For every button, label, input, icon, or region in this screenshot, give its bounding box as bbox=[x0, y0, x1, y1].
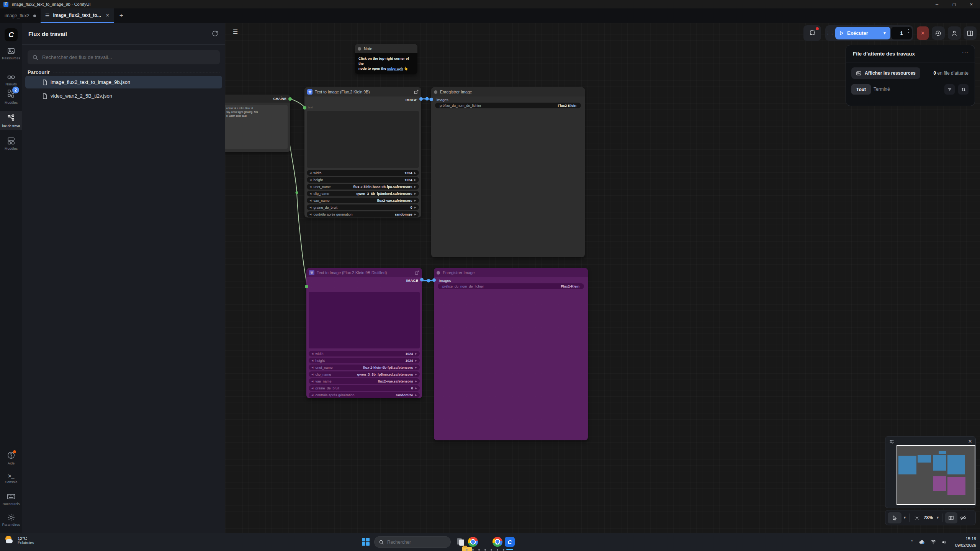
pointer-tool-chevron-icon[interactable]: ▼ bbox=[903, 516, 906, 520]
prompt-textarea[interactable]: n front of a retro diner at sky, neon si… bbox=[225, 105, 288, 149]
tab-image-flux2[interactable]: image_flux2 bbox=[0, 8, 41, 23]
wifi-icon[interactable] bbox=[930, 540, 936, 544]
widget-height[interactable]: ◀height1024▶ bbox=[307, 177, 419, 183]
prompt-textarea[interactable] bbox=[309, 292, 420, 348]
node-header[interactable]: CHAÎNE bbox=[225, 95, 290, 103]
widget-vae-name[interactable]: ◀vae_nameflux2-vae.safetensors▶ bbox=[307, 198, 419, 203]
filter-button[interactable] bbox=[944, 84, 955, 95]
image-output-dot[interactable] bbox=[419, 97, 423, 101]
note-body[interactable]: Click on the top-right corner of the nod… bbox=[355, 53, 417, 74]
image-output-dot[interactable] bbox=[420, 278, 424, 281]
minimize-button[interactable]: ─ bbox=[928, 0, 946, 8]
widget-unet-name[interactable]: ◀unet_nameflux-2-klein-9b-fp8.safetensor… bbox=[309, 365, 420, 370]
refresh-icon[interactable] bbox=[211, 30, 219, 37]
stepper-arrows-icon[interactable]: ▲▼ bbox=[907, 28, 910, 34]
sidebar-item-modeles[interactable]: 2 Modèles bbox=[0, 89, 22, 105]
tab-image-flux2-text-to[interactable]: ☰ image_flux2_text_to... ✕ bbox=[41, 8, 114, 23]
node-save-image-bypassed[interactable]: Enregistrer Image images préfixe_du_nom_… bbox=[434, 268, 588, 440]
collapse-dot-icon[interactable] bbox=[358, 47, 361, 51]
tray-chevron-icon[interactable]: ⌃ bbox=[910, 540, 914, 544]
chrome-profile-icon[interactable] bbox=[492, 537, 502, 547]
node-prompt-text[interactable]: CHAÎNE n front of a retro diner at sky, … bbox=[225, 95, 290, 152]
onedrive-cloud-icon[interactable] bbox=[919, 540, 925, 544]
text-input-dot[interactable] bbox=[305, 285, 308, 288]
node-text-to-image[interactable]: Text to Image (Flux.2 Klein 9B) IMAGE te… bbox=[304, 87, 421, 217]
workflow-search-input[interactable] bbox=[42, 54, 215, 60]
images-input-dot[interactable] bbox=[430, 98, 433, 101]
images-input-dot[interactable] bbox=[432, 278, 436, 282]
extensions-button[interactable] bbox=[803, 25, 821, 41]
user-button[interactable] bbox=[948, 26, 961, 40]
widget-filename-prefix[interactable]: préfixe_du_nom_de_fichier Flux2-Klein bbox=[438, 283, 584, 289]
widget-width[interactable]: ◀width1024▶ bbox=[307, 170, 419, 176]
browse-section-header[interactable]: Parcourir bbox=[28, 69, 220, 75]
subgraph-link[interactable]: subgraph bbox=[387, 67, 403, 70]
open-subgraph-icon[interactable] bbox=[415, 270, 419, 275]
prompt-textarea[interactable] bbox=[307, 111, 419, 168]
widget-control-after-generate[interactable]: ◀contrôle après générationrandomize▶ bbox=[309, 392, 420, 398]
zoom-level[interactable]: 78% bbox=[924, 515, 933, 520]
sidebar-item-console[interactable]: >_ Console bbox=[0, 473, 22, 484]
drag-handle[interactable]: ⋮⋮ bbox=[825, 31, 835, 35]
widget-control-after-generate[interactable]: ◀contrôle après générationrandomize▶ bbox=[307, 211, 419, 217]
sort-button[interactable] bbox=[958, 84, 969, 95]
fit-view-button[interactable] bbox=[912, 512, 922, 523]
open-subgraph-icon[interactable] bbox=[414, 90, 419, 94]
sidebar-item-modeles-2[interactable]: Modèles bbox=[0, 136, 22, 150]
collapse-dot-icon[interactable] bbox=[437, 271, 440, 275]
sidebar-item-aide[interactable]: Aide bbox=[0, 451, 22, 465]
node-text-to-image-bypassed[interactable]: Text to Image (Flux.2 Klein 9B Distilled… bbox=[306, 268, 422, 398]
tab-menu-icon[interactable]: ☰ bbox=[45, 13, 50, 18]
widget-vae-name[interactable]: ◀vae_nameflux2-vae.safetensors▶ bbox=[309, 378, 420, 384]
sidebar-item-ressources[interactable]: Ressources bbox=[0, 47, 22, 60]
widget-unet-name[interactable]: ◀unet_nameflux-2-klein-base-9b-fp8.safet… bbox=[307, 184, 419, 190]
zoom-chevron-icon[interactable]: ▼ bbox=[936, 516, 939, 520]
widget-clip-name[interactable]: ◀clip_nameqwen_3_8b_fp8mixed.safetensors… bbox=[307, 191, 419, 196]
workflow-file-item[interactable]: video_wan2_2_5B_ti2v.json bbox=[25, 90, 222, 102]
string-output-dot[interactable] bbox=[288, 97, 292, 101]
node-note[interactable]: Note Click on the top-right corner of th… bbox=[355, 44, 417, 74]
sidebar-item-flux-de-travail[interactable]: lux de trava bbox=[0, 111, 22, 130]
weather-widget[interactable]: 12°C Éclaircies bbox=[5, 535, 34, 546]
node-header[interactable]: Note bbox=[355, 44, 417, 53]
queue-tab-all[interactable]: Tout bbox=[851, 84, 871, 95]
node-header[interactable]: Enregistrer Image bbox=[431, 87, 585, 96]
close-button[interactable]: ✕ bbox=[963, 0, 980, 8]
pointer-tool-button[interactable] bbox=[888, 512, 901, 523]
minimap-toggle-button[interactable] bbox=[945, 512, 957, 523]
queue-menu-icon[interactable]: ··· bbox=[962, 49, 969, 55]
node-header[interactable]: Text to Image (Flux.2 Klein 9B) bbox=[304, 87, 421, 96]
minimap-settings-icon[interactable] bbox=[889, 439, 895, 445]
node-save-image[interactable]: Enregistrer Image images préfixe_du_nom_… bbox=[431, 87, 585, 257]
widget-filename-prefix[interactable]: préfixe_du_nom_de_fichier Flux2-Klein bbox=[435, 103, 581, 108]
queue-tab-done[interactable]: Terminé bbox=[874, 87, 890, 92]
maximize-button[interactable]: ▢ bbox=[946, 0, 963, 8]
widget-noise-seed[interactable]: ◀graine_de_bruit0▶ bbox=[307, 204, 419, 210]
new-tab-button[interactable]: + bbox=[114, 8, 129, 23]
node-header[interactable]: Text to Image (Flux.2 Klein 9B Distilled… bbox=[306, 268, 422, 277]
cancel-run-button[interactable]: ✕ bbox=[917, 26, 929, 40]
run-button[interactable]: Exécuter ▼ bbox=[835, 27, 890, 39]
batch-count-stepper[interactable]: 1 ▲▼ bbox=[891, 27, 912, 39]
widget-clip-name[interactable]: ◀clip_nameqwen_3_8b_fp8mixed.safetensors… bbox=[309, 371, 420, 377]
workflow-search[interactable] bbox=[28, 50, 220, 64]
minimap-panel[interactable]: ✕ bbox=[885, 436, 976, 508]
show-resources-button[interactable]: Afficher les ressources bbox=[851, 67, 920, 79]
chrome-icon[interactable] bbox=[468, 537, 478, 547]
sidebar-item-parametres[interactable]: Paramètres bbox=[0, 513, 22, 526]
run-options-chevron-icon[interactable]: ▼ bbox=[883, 31, 887, 35]
widget-noise-seed[interactable]: ◀graine_de_bruit0▶ bbox=[309, 385, 420, 391]
sidebar-item-noeuds[interactable]: Nœuds bbox=[0, 73, 22, 86]
node-header[interactable]: Enregistrer Image bbox=[434, 268, 588, 277]
toggle-links-button[interactable] bbox=[957, 512, 969, 523]
history-button[interactable] bbox=[932, 26, 945, 40]
widget-width[interactable]: ◀width1024▶ bbox=[309, 351, 420, 356]
taskbar-clock[interactable]: 15:19 09/02/2026 bbox=[955, 536, 976, 548]
start-button[interactable] bbox=[362, 538, 370, 546]
workflow-file-item[interactable]: image_flux2_text_to_image_9b.json bbox=[25, 76, 222, 88]
collapse-dot-icon[interactable] bbox=[434, 90, 437, 94]
tab-close-icon[interactable]: ✕ bbox=[106, 13, 110, 18]
taskbar-search-input[interactable] bbox=[387, 540, 441, 545]
widget-height[interactable]: ◀height1024▶ bbox=[309, 358, 420, 363]
graph-canvas[interactable]: ☰ Note Click on the top-right corner of … bbox=[225, 23, 980, 533]
